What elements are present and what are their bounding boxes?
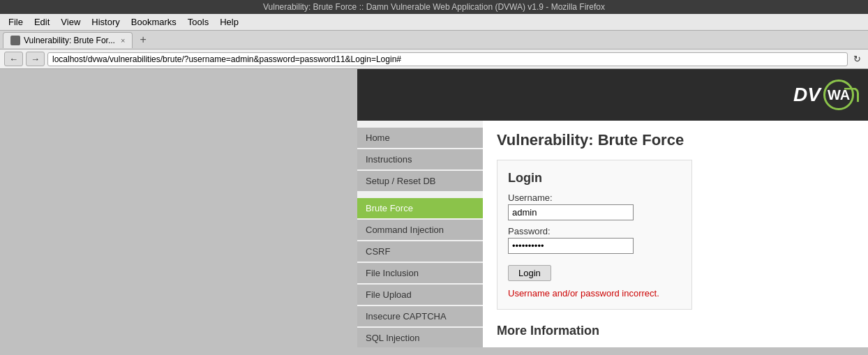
username-group: Username: [508,192,681,220]
tab-title: Vulnerability: Brute For... [24,36,115,45]
sidebar-item-brute-force[interactable]: Brute Force [357,198,483,218]
browser-content: DV WA Home Instructions Setup / Reset DB… [0,69,868,347]
address-bar: ← → ↻ [0,50,868,69]
password-group: Password: [508,226,681,254]
tab-close-button[interactable]: × [121,36,125,45]
login-box: Login Username: Password: Login Username… [497,160,692,310]
dvwa-body: Home Instructions Setup / Reset DB Brute… [357,121,868,347]
sidebar-item-command-injection[interactable]: Command Injection [357,220,483,240]
menu-edit[interactable]: Edit [29,15,55,29]
login-button[interactable]: Login [508,265,551,281]
sidebar-item-instructions[interactable]: Instructions [357,149,483,169]
page-title: Vulnerability: Brute Force [497,131,854,149]
dvwa-logo: DV WA [793,80,854,110]
logo-wa: WA [828,87,850,103]
dvwa-main: Vulnerability: Brute Force Login Usernam… [483,121,868,347]
sidebar-item-sql-injection[interactable]: SQL Injection [357,328,483,347]
username-input[interactable] [508,204,634,220]
title-bar: Vulnerability: Brute Force :: Damn Vulne… [0,0,868,14]
sidebar-item-setup[interactable]: Setup / Reset DB [357,171,483,191]
menu-history[interactable]: History [86,15,125,29]
forward-button[interactable]: → [26,52,45,66]
logo-circle: WA [823,80,854,110]
dvwa-wrapper: DV WA Home Instructions Setup / Reset DB… [357,69,868,347]
menu-bookmarks[interactable]: Bookmarks [126,15,182,29]
left-empty-panel [0,69,357,347]
error-message: Username and/or password incorrect. [508,288,681,299]
dvwa-header: DV WA [357,69,868,121]
menu-bar: File Edit View History Bookmarks Tools H… [0,14,868,31]
sidebar-item-insecure-captcha[interactable]: Insecure CAPTCHA [357,306,483,326]
menu-help[interactable]: Help [214,15,244,29]
sidebar-item-file-inclusion[interactable]: File Inclusion [357,263,483,283]
menu-file[interactable]: File [3,15,29,29]
more-info-section: More Information [497,324,854,338]
back-button[interactable]: ← [4,52,23,66]
password-label: Password: [508,226,681,236]
logo-text: DV [793,84,821,106]
tab-favicon [10,36,20,45]
tab-bar: Vulnerability: Brute For... × + [0,31,868,50]
sidebar-divider [357,192,483,198]
window-title: Vulnerability: Brute Force :: Damn Vulne… [263,2,605,12]
new-tab-button[interactable]: + [134,31,151,49]
menu-tools[interactable]: Tools [182,15,214,29]
sidebar-item-home[interactable]: Home [357,128,483,148]
login-title: Login [508,171,681,186]
password-input[interactable] [508,238,634,254]
url-input[interactable] [47,52,848,66]
sidebar-item-csrf[interactable]: CSRF [357,241,483,262]
username-label: Username: [508,192,681,203]
active-tab[interactable]: Vulnerability: Brute For... × [3,32,133,48]
dvwa-sidebar: Home Instructions Setup / Reset DB Brute… [357,121,483,347]
more-info-title: More Information [497,324,854,338]
sidebar-item-file-upload[interactable]: File Upload [357,285,483,305]
menu-view[interactable]: View [55,15,86,29]
refresh-button[interactable]: ↻ [851,52,864,66]
